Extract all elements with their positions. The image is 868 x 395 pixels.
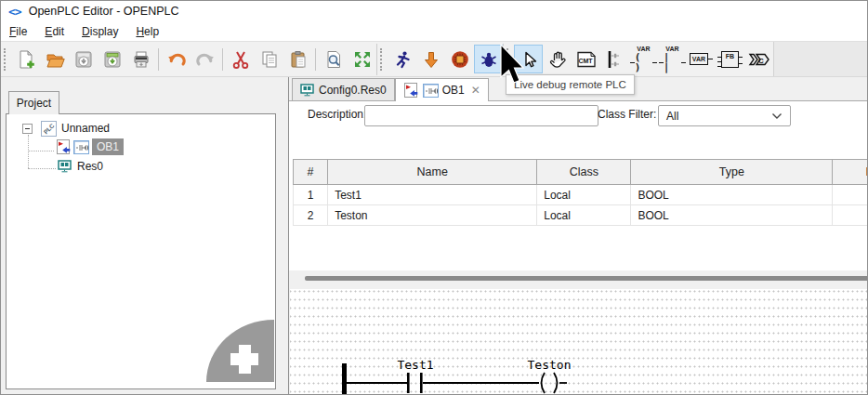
svg-text:CMT: CMT (578, 58, 593, 64)
debug-bug-icon (479, 49, 499, 70)
menu-help[interactable]: Help (129, 23, 165, 40)
tooltip-text: Live debug remote PLC (514, 79, 626, 90)
menu-display[interactable]: Display (75, 23, 125, 40)
collapse-icon[interactable] (22, 124, 33, 134)
coil-tool-button[interactable]: VAR ( ) (629, 45, 658, 73)
tab-close-icon[interactable]: ✕ (471, 84, 480, 97)
transfer-button[interactable] (416, 45, 445, 73)
resource-icon (300, 84, 315, 97)
variables-table: # Name Class Type Location 1 Test1 Local… (293, 159, 868, 226)
tab-label: Config0.Res0 (319, 84, 387, 97)
connect-plc-button[interactable] (445, 45, 474, 73)
open-file-button[interactable] (40, 45, 69, 73)
contact-tool-button[interactable]: VAR | | (658, 45, 687, 73)
fit-page-icon (352, 49, 373, 70)
toolbar-separator (222, 48, 223, 71)
project-panel-tab[interactable]: Project (8, 91, 59, 114)
toolbar-section-divider (376, 44, 377, 75)
run-icon (392, 49, 413, 70)
copy-button[interactable] (255, 45, 283, 73)
fit-page-button[interactable] (348, 45, 376, 73)
table-row[interactable]: 2 Teston Local BOOL (294, 205, 868, 226)
mouse-cursor (500, 44, 528, 88)
save-button[interactable] (69, 45, 98, 73)
col-header-type[interactable]: Type (631, 160, 833, 185)
variable-tool-button[interactable]: VAR (687, 45, 716, 73)
menu-edit[interactable]: Edit (38, 23, 71, 40)
tree-item-res0[interactable]: Res0 (58, 158, 103, 175)
tree-item-root[interactable]: PLC Unnamed (22, 120, 110, 137)
table-row[interactable]: 1 Test1 Local BOOL (294, 185, 868, 205)
contact-right-bar (420, 373, 423, 393)
add-element-button[interactable] (206, 320, 274, 382)
ladder-rung[interactable]: Test1 Teston (290, 289, 868, 395)
ld-language-icon (423, 84, 439, 98)
open-folder-icon (45, 49, 65, 70)
main-area: Project PLC Unnamed OB1 Res0 (1, 77, 867, 395)
program-icon (403, 83, 419, 99)
description-input[interactable] (364, 105, 598, 126)
tab-config0-res0[interactable]: Config0.Res0 (292, 78, 395, 100)
title-bar: <> OpenPLC Editor - OPENPLC (1, 1, 867, 21)
coil-label[interactable]: Teston (528, 358, 572, 372)
print-button[interactable] (126, 45, 155, 73)
new-file-button[interactable] (11, 45, 40, 73)
resource-icon (58, 160, 72, 173)
program-icon (56, 139, 72, 155)
comment-tool-button[interactable]: CMT (572, 45, 600, 73)
tree-item-res0-label: Res0 (77, 160, 103, 173)
contact-label[interactable]: Test1 (397, 358, 433, 372)
new-file-icon (16, 49, 36, 70)
class-filter-label: Class Filter: (598, 108, 656, 121)
class-filter-value: All (666, 110, 678, 123)
svg-text:C: C (758, 56, 764, 64)
tree-item-ob1[interactable]: OB1 (56, 138, 124, 155)
search-button[interactable] (319, 45, 348, 73)
class-filter-select[interactable]: All (658, 105, 791, 126)
splitter-handle-icon[interactable] (305, 276, 868, 281)
project-tree: PLC Unnamed OB1 Res0 (6, 113, 276, 389)
panel-splitter[interactable] (289, 270, 868, 289)
comment-icon: CMT (575, 49, 598, 70)
toolbar-separator (158, 48, 159, 71)
function-block-icon: FB (721, 51, 739, 68)
col-header-class[interactable]: Class (537, 160, 631, 185)
paste-button[interactable] (283, 45, 312, 73)
function-block-tool-button[interactable]: FB (716, 45, 744, 73)
connection-tool-button[interactable]: C (744, 45, 773, 73)
redo-button[interactable] (191, 45, 219, 73)
coil-symbol: ( ) (630, 52, 657, 72)
tree-connector (28, 135, 29, 168)
col-header-name[interactable]: Name (328, 160, 537, 185)
menu-file[interactable]: File (3, 23, 33, 40)
window-title: OpenPLC Editor - OPENPLC (29, 5, 179, 18)
col-header-location[interactable]: Location (833, 160, 868, 185)
plus-icon (239, 345, 251, 374)
left-power-rail[interactable] (342, 363, 347, 395)
toolbar-grip[interactable] (380, 48, 384, 71)
ladder-canvas[interactable]: Test1 Teston (290, 289, 868, 395)
app-icon: <> (8, 5, 21, 19)
contact-symbol: | | (659, 52, 686, 72)
col-header-num[interactable]: # (294, 160, 328, 185)
pan-tool-button[interactable] (543, 45, 572, 73)
undo-button[interactable] (162, 45, 191, 73)
coil-right-arc (554, 373, 558, 393)
plc-project-icon: PLC (41, 121, 57, 137)
cut-button[interactable] (226, 45, 255, 73)
tree-item-ob1-label[interactable]: OB1 (92, 138, 124, 155)
description-label: Description: (308, 108, 366, 121)
run-button[interactable] (388, 45, 416, 73)
tab-ob1[interactable]: OB1 ✕ (395, 78, 489, 101)
search-icon (323, 49, 344, 70)
tree-connector (28, 168, 56, 169)
paste-icon (288, 49, 309, 70)
power-rail-tool-button[interactable] (600, 45, 629, 73)
variables-panel: Description: Class Filter: All # Name Cl… (289, 101, 868, 270)
save-as-icon (102, 49, 123, 70)
redo-icon (195, 49, 216, 70)
toolbar-grip[interactable] (4, 48, 7, 71)
debug-button[interactable] (474, 45, 503, 73)
save-icon (73, 49, 94, 70)
save-as-button[interactable] (98, 45, 126, 73)
